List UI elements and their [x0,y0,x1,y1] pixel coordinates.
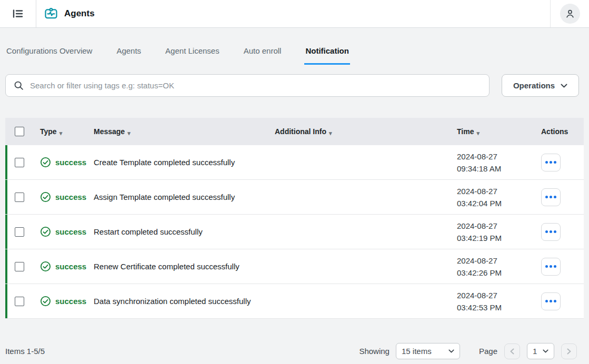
search-input[interactable] [5,74,490,97]
ellipsis-icon [545,196,548,198]
page-size-select[interactable]: 15 items [396,343,460,359]
sort-icon-additional-info[interactable]: ▾ [329,130,332,136]
chevron-down-icon [561,84,567,88]
date-value: 2024-08-27 [457,150,536,163]
type-cell: success [35,157,88,168]
notifications-table: Type ▾ Message ▾ Additional Info ▾ Time … [5,118,584,319]
date-value: 2024-08-27 [457,220,536,232]
table-row: success Assign Template completed succes… [5,180,584,215]
app-brand: Agents [36,0,95,27]
row-checkbox[interactable] [15,193,24,202]
chevron-right-icon [567,348,571,355]
user-icon [565,8,575,19]
ellipsis-icon [545,161,548,164]
type-cell: success [35,296,88,307]
tab-auto-enroll[interactable]: Auto enroll [243,46,283,65]
row-checkbox[interactable] [15,158,24,167]
time-value: 09:34:18 AM [457,163,536,175]
tab-agents[interactable]: Agents [115,46,142,65]
row-actions-button[interactable] [541,258,561,276]
column-header-time[interactable]: Time ▾ [452,127,536,136]
row-checkbox[interactable] [15,297,24,306]
time-cell: 2024-08-27 03:42:26 PM [452,255,536,279]
row-actions-button[interactable] [541,223,561,241]
sort-icon-message[interactable]: ▾ [127,130,131,136]
table-row: success Restart completed successfully 2… [5,215,584,249]
operations-label: Operations [513,81,555,90]
time-value: 03:42:26 PM [457,267,536,279]
type-cell: success [35,191,88,203]
previous-page-button[interactable] [504,343,520,359]
column-label-additional-info: Additional Info [275,127,326,136]
sort-icon-time[interactable]: ▾ [476,130,480,136]
time-cell: 2024-08-27 03:42:53 PM [452,289,536,314]
ellipsis-icon [545,265,548,268]
operations-dropdown-button[interactable]: Operations [502,74,579,97]
type-cell: success [35,261,88,272]
column-label-time: Time [457,127,474,136]
time-cell: 2024-08-27 03:42:19 PM [452,220,536,244]
time-cell: 2024-08-27 09:34:18 AM [452,150,536,175]
date-value: 2024-08-27 [457,255,536,267]
agents-app-icon [44,6,58,21]
success-check-icon [40,226,51,237]
success-check-icon [40,296,51,307]
message-cell: Restart completed successfully [88,227,269,236]
column-label-message: Message [94,127,125,136]
pagination-footer: Items 1-5/5 Showing 15 items Page 1 [0,343,589,359]
chevron-down-icon [543,349,548,353]
user-wrap [550,0,589,27]
next-page-button[interactable] [561,343,577,359]
status-badge: success [55,227,86,236]
ellipsis-icon [545,230,548,233]
page-title: Agents [64,8,95,19]
sort-icon-type[interactable]: ▾ [59,130,63,136]
select-all-checkbox[interactable] [15,127,24,136]
column-header-message[interactable]: Message ▾ [88,127,269,136]
date-value: 2024-08-27 [457,185,536,197]
row-checkbox-cell [5,297,35,306]
column-header-additional-info[interactable]: Additional Info ▾ [269,127,452,136]
time-value: 03:42:19 PM [457,232,536,244]
column-header-type[interactable]: Type ▾ [35,127,88,136]
status-badge: success [55,193,86,201]
current-page-value: 1 [533,347,537,356]
row-actions-button[interactable] [541,292,561,310]
toolbar: Operations [0,65,589,97]
page-size-value: 15 items [402,347,432,356]
status-badge: success [55,297,86,306]
row-checkbox[interactable] [15,262,24,271]
tab-agent-licenses[interactable]: Agent Licenses [164,46,221,65]
showing-label: Showing [359,347,390,356]
chevron-down-icon [448,349,454,353]
date-value: 2024-08-27 [457,289,536,301]
row-checkbox-cell [5,262,35,271]
current-page-select[interactable]: 1 [527,343,554,359]
hamburger-menu-button[interactable] [12,7,24,20]
actions-cell [536,154,584,171]
row-actions-button[interactable] [541,154,561,171]
row-checkbox[interactable] [15,227,24,237]
actions-cell [536,258,584,276]
column-label-actions: Actions [541,127,568,136]
time-value: 03:42:04 PM [457,197,536,209]
table-row: success Create Template completed succes… [5,145,584,180]
tab-bar: Configurations Overview Agents Agent Lic… [0,28,589,65]
message-cell: Data synchronization completed successfu… [88,297,269,306]
hamburger-icon [12,7,24,20]
user-profile-button[interactable] [560,4,580,24]
row-checkbox-cell [5,227,35,237]
column-label-type: Type [40,127,57,136]
time-cell: 2024-08-27 03:42:04 PM [452,185,536,209]
message-cell: Renew Certificate completed successfully [88,262,269,271]
header-checkbox-cell [5,127,35,136]
row-actions-button[interactable] [541,188,561,206]
tab-notification[interactable]: Notification [304,46,350,65]
row-checkbox-cell [5,158,35,167]
chevron-left-icon [510,348,514,355]
row-checkbox-cell [5,193,35,202]
tab-configurations-overview[interactable]: Configurations Overview [5,46,93,65]
ellipsis-icon [545,300,548,302]
table-row: success Data synchronization completed s… [5,284,584,319]
top-bar: Agents [0,0,589,28]
